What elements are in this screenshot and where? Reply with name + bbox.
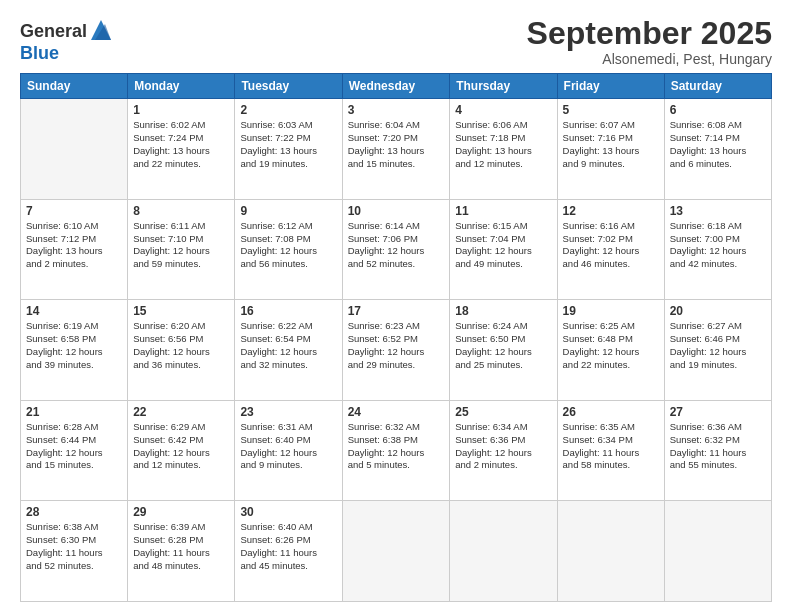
calendar-cell [557,501,664,602]
calendar-cell: 27Sunrise: 6:36 AM Sunset: 6:32 PM Dayli… [664,400,771,501]
day-number: 21 [26,405,122,419]
day-info: Sunrise: 6:32 AM Sunset: 6:38 PM Dayligh… [348,421,445,472]
day-number: 16 [240,304,336,318]
calendar-cell: 14Sunrise: 6:19 AM Sunset: 6:58 PM Dayli… [21,300,128,401]
day-info: Sunrise: 6:29 AM Sunset: 6:42 PM Dayligh… [133,421,229,472]
day-info: Sunrise: 6:20 AM Sunset: 6:56 PM Dayligh… [133,320,229,371]
day-number: 18 [455,304,551,318]
day-number: 22 [133,405,229,419]
calendar-cell: 29Sunrise: 6:39 AM Sunset: 6:28 PM Dayli… [128,501,235,602]
calendar-week-1: 7Sunrise: 6:10 AM Sunset: 7:12 PM Daylig… [21,199,772,300]
day-info: Sunrise: 6:02 AM Sunset: 7:24 PM Dayligh… [133,119,229,170]
day-info: Sunrise: 6:27 AM Sunset: 6:46 PM Dayligh… [670,320,766,371]
day-info: Sunrise: 6:07 AM Sunset: 7:16 PM Dayligh… [563,119,659,170]
day-number: 14 [26,304,122,318]
calendar-cell: 17Sunrise: 6:23 AM Sunset: 6:52 PM Dayli… [342,300,450,401]
day-info: Sunrise: 6:15 AM Sunset: 7:04 PM Dayligh… [455,220,551,271]
day-number: 3 [348,103,445,117]
page: General Blue September 2025 Alsonemedi, … [0,0,792,612]
day-info: Sunrise: 6:03 AM Sunset: 7:22 PM Dayligh… [240,119,336,170]
day-info: Sunrise: 6:08 AM Sunset: 7:14 PM Dayligh… [670,119,766,170]
calendar-cell: 7Sunrise: 6:10 AM Sunset: 7:12 PM Daylig… [21,199,128,300]
calendar-cell: 16Sunrise: 6:22 AM Sunset: 6:54 PM Dayli… [235,300,342,401]
day-info: Sunrise: 6:38 AM Sunset: 6:30 PM Dayligh… [26,521,122,572]
day-info: Sunrise: 6:25 AM Sunset: 6:48 PM Dayligh… [563,320,659,371]
calendar-cell: 2Sunrise: 6:03 AM Sunset: 7:22 PM Daylig… [235,99,342,200]
calendar-cell: 5Sunrise: 6:07 AM Sunset: 7:16 PM Daylig… [557,99,664,200]
day-info: Sunrise: 6:36 AM Sunset: 6:32 PM Dayligh… [670,421,766,472]
col-tuesday: Tuesday [235,74,342,99]
day-number: 26 [563,405,659,419]
day-info: Sunrise: 6:14 AM Sunset: 7:06 PM Dayligh… [348,220,445,271]
logo-general: General [20,22,87,42]
logo-text: General Blue [20,20,111,64]
calendar-cell: 9Sunrise: 6:12 AM Sunset: 7:08 PM Daylig… [235,199,342,300]
day-info: Sunrise: 6:34 AM Sunset: 6:36 PM Dayligh… [455,421,551,472]
day-number: 7 [26,204,122,218]
day-info: Sunrise: 6:19 AM Sunset: 6:58 PM Dayligh… [26,320,122,371]
calendar-cell: 22Sunrise: 6:29 AM Sunset: 6:42 PM Dayli… [128,400,235,501]
day-number: 10 [348,204,445,218]
logo: General Blue [20,20,111,64]
day-number: 30 [240,505,336,519]
month-title: September 2025 [527,16,772,51]
day-info: Sunrise: 6:39 AM Sunset: 6:28 PM Dayligh… [133,521,229,572]
calendar-cell: 20Sunrise: 6:27 AM Sunset: 6:46 PM Dayli… [664,300,771,401]
day-number: 28 [26,505,122,519]
header-row: Sunday Monday Tuesday Wednesday Thursday… [21,74,772,99]
col-sunday: Sunday [21,74,128,99]
day-info: Sunrise: 6:40 AM Sunset: 6:26 PM Dayligh… [240,521,336,572]
day-info: Sunrise: 6:04 AM Sunset: 7:20 PM Dayligh… [348,119,445,170]
calendar-body: 1Sunrise: 6:02 AM Sunset: 7:24 PM Daylig… [21,99,772,602]
calendar-week-3: 21Sunrise: 6:28 AM Sunset: 6:44 PM Dayli… [21,400,772,501]
location: Alsonemedi, Pest, Hungary [527,51,772,67]
day-number: 20 [670,304,766,318]
calendar-cell [342,501,450,602]
day-info: Sunrise: 6:12 AM Sunset: 7:08 PM Dayligh… [240,220,336,271]
day-info: Sunrise: 6:31 AM Sunset: 6:40 PM Dayligh… [240,421,336,472]
calendar-cell: 6Sunrise: 6:08 AM Sunset: 7:14 PM Daylig… [664,99,771,200]
day-number: 4 [455,103,551,117]
calendar-cell [664,501,771,602]
day-number: 13 [670,204,766,218]
calendar-cell: 1Sunrise: 6:02 AM Sunset: 7:24 PM Daylig… [128,99,235,200]
day-number: 24 [348,405,445,419]
day-number: 8 [133,204,229,218]
day-info: Sunrise: 6:28 AM Sunset: 6:44 PM Dayligh… [26,421,122,472]
day-number: 9 [240,204,336,218]
day-info: Sunrise: 6:22 AM Sunset: 6:54 PM Dayligh… [240,320,336,371]
logo-blue: Blue [20,44,111,64]
calendar-cell: 28Sunrise: 6:38 AM Sunset: 6:30 PM Dayli… [21,501,128,602]
day-info: Sunrise: 6:10 AM Sunset: 7:12 PM Dayligh… [26,220,122,271]
calendar-cell: 13Sunrise: 6:18 AM Sunset: 7:00 PM Dayli… [664,199,771,300]
day-info: Sunrise: 6:23 AM Sunset: 6:52 PM Dayligh… [348,320,445,371]
calendar-week-2: 14Sunrise: 6:19 AM Sunset: 6:58 PM Dayli… [21,300,772,401]
calendar-cell: 26Sunrise: 6:35 AM Sunset: 6:34 PM Dayli… [557,400,664,501]
calendar-cell: 24Sunrise: 6:32 AM Sunset: 6:38 PM Dayli… [342,400,450,501]
calendar-table: Sunday Monday Tuesday Wednesday Thursday… [20,73,772,602]
day-info: Sunrise: 6:35 AM Sunset: 6:34 PM Dayligh… [563,421,659,472]
calendar-cell: 4Sunrise: 6:06 AM Sunset: 7:18 PM Daylig… [450,99,557,200]
day-number: 2 [240,103,336,117]
col-saturday: Saturday [664,74,771,99]
calendar-cell: 18Sunrise: 6:24 AM Sunset: 6:50 PM Dayli… [450,300,557,401]
day-number: 6 [670,103,766,117]
day-info: Sunrise: 6:18 AM Sunset: 7:00 PM Dayligh… [670,220,766,271]
calendar-cell: 3Sunrise: 6:04 AM Sunset: 7:20 PM Daylig… [342,99,450,200]
calendar-cell: 30Sunrise: 6:40 AM Sunset: 6:26 PM Dayli… [235,501,342,602]
col-friday: Friday [557,74,664,99]
day-number: 27 [670,405,766,419]
day-number: 5 [563,103,659,117]
calendar-header: Sunday Monday Tuesday Wednesday Thursday… [21,74,772,99]
calendar-week-0: 1Sunrise: 6:02 AM Sunset: 7:24 PM Daylig… [21,99,772,200]
calendar-cell: 21Sunrise: 6:28 AM Sunset: 6:44 PM Dayli… [21,400,128,501]
day-info: Sunrise: 6:24 AM Sunset: 6:50 PM Dayligh… [455,320,551,371]
day-info: Sunrise: 6:06 AM Sunset: 7:18 PM Dayligh… [455,119,551,170]
day-number: 17 [348,304,445,318]
calendar-week-4: 28Sunrise: 6:38 AM Sunset: 6:30 PM Dayli… [21,501,772,602]
calendar-cell [21,99,128,200]
title-block: September 2025 Alsonemedi, Pest, Hungary [527,16,772,67]
day-number: 19 [563,304,659,318]
day-number: 23 [240,405,336,419]
calendar-cell: 23Sunrise: 6:31 AM Sunset: 6:40 PM Dayli… [235,400,342,501]
